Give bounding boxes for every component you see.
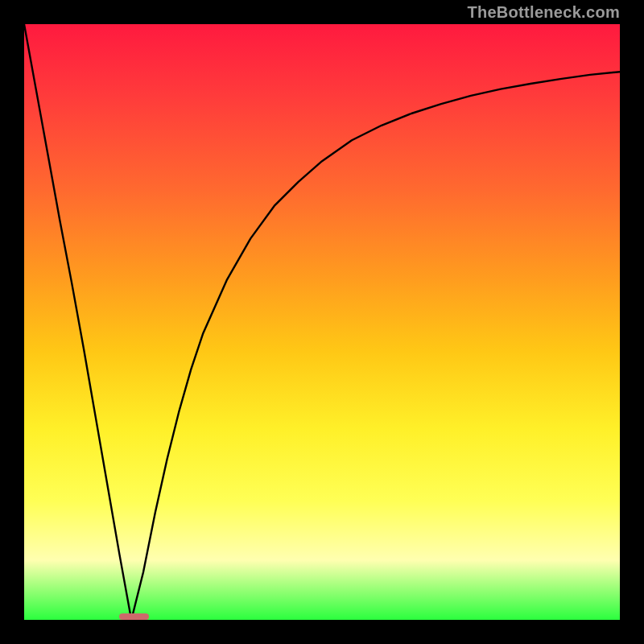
bottleneck-curve (24, 24, 620, 620)
chart-frame: TheBottleneck.com (0, 0, 644, 644)
plot-area (24, 24, 620, 620)
optimal-marker (119, 613, 149, 620)
curve-svg (24, 24, 620, 620)
watermark-text: TheBottleneck.com (467, 3, 620, 22)
